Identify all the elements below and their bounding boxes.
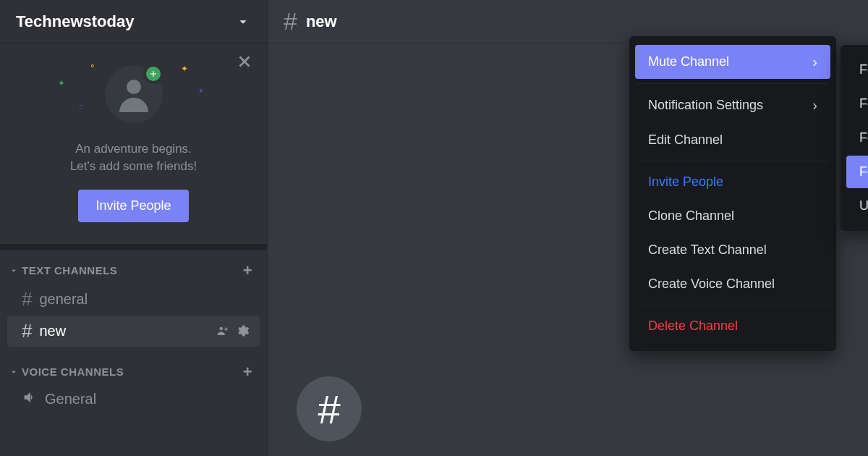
channel-new[interactable]: # new [7,316,260,347]
channel-general[interactable]: # general [7,284,260,315]
text-channels-label: TEXT CHANNELS [22,264,117,276]
gear-icon[interactable] [237,324,250,337]
close-button[interactable] [235,52,254,74]
menu-label: Delete Channel [648,318,738,334]
menu-separator [637,161,829,161]
main-area: # new # Mute Channel › Notification Sett… [268,0,868,456]
menu-label: Mute Channel [648,54,729,69]
menu-label: Notification Settings [648,98,763,113]
server-name: Technewstoday [16,12,134,31]
menu-label: Edit Channel [648,132,723,148]
menu-notification-settings[interactable]: Notification Settings › [635,88,830,122]
channel-list: TEXT CHANNELS + # general # new VOICE CH… [0,250,267,456]
menu-separator [637,83,829,84]
svg-point-1 [220,327,224,331]
menu-clone-channel[interactable]: Clone Channel [635,200,830,232]
menu-label: Invite People [648,174,723,190]
server-sidebar: Technewstoday ✦ ∘ :: ✦ ∘ An adventure be… [0,0,268,456]
friends-prompt-panel: ✦ ∘ :: ✦ ∘ An adventure begins. Let's ad… [0,43,267,250]
chevron-right-icon: › [812,97,817,114]
channel-context-menu: Mute Channel › Notification Settings › E… [629,36,836,351]
menu-create-text-channel[interactable]: Create Text Channel [635,234,830,266]
menu-edit-channel[interactable]: Edit Channel [635,124,830,156]
hash-icon: # [22,288,32,311]
menu-invite-people[interactable]: Invite People [635,166,830,198]
channel-name: new [39,323,66,339]
channel-welcome-hash-icon: # [297,376,362,442]
hash-icon: # [284,7,297,35]
add-voice-channel-button[interactable]: + [243,364,252,380]
mute-1-hour[interactable]: For 1 Hour [846,88,868,120]
friends-prompt-line1: An adventure begins. [75,140,192,158]
menu-label: Create Text Channel [648,242,767,258]
menu-create-voice-channel[interactable]: Create Voice Channel [635,268,830,300]
server-header[interactable]: Technewstoday [0,0,267,43]
add-person-icon[interactable] [216,324,229,337]
mute-15-minutes[interactable]: For 15 Minutes [846,54,868,86]
mute-duration-submenu: For 15 Minutes For 1 Hour For 8 Hours Fo… [841,45,868,231]
mute-until-off[interactable]: Until I turn it back on [846,190,868,222]
svg-point-0 [127,80,141,94]
topbar-channel-name: new [306,12,337,31]
close-icon [235,52,254,71]
chevron-down-icon [9,367,19,377]
text-channels-header[interactable]: TEXT CHANNELS + [0,258,267,283]
add-text-channel-button[interactable]: + [243,263,252,279]
voice-channels-label: VOICE CHANNELS [22,366,124,378]
chevron-down-icon [9,266,19,276]
voice-channels-header[interactable]: VOICE CHANNELS + [0,360,267,384]
friends-prompt-line2: Let's add some friends! [70,158,197,175]
menu-delete-channel[interactable]: Delete Channel [635,310,830,342]
avatar-placeholder: ✦ ∘ :: ✦ ∘ [101,65,166,130]
mute-24-hours[interactable]: For 24 Hours [846,156,868,188]
mute-8-hours[interactable]: For 8 Hours [846,122,868,154]
menu-label: Create Voice Channel [648,276,775,292]
invite-people-button[interactable]: Invite People [78,190,188,222]
speaker-icon [22,389,38,409]
menu-separator [637,305,829,305]
menu-label: Clone Channel [648,208,734,224]
chevron-right-icon: › [812,54,817,70]
hash-icon: # [22,320,32,342]
add-friend-icon [143,64,163,84]
voice-channel-general[interactable]: General [7,385,260,413]
channel-name: general [39,291,88,308]
menu-mute-channel[interactable]: Mute Channel › [635,45,830,79]
channel-name: General [45,391,96,408]
chevron-down-icon [235,14,251,30]
